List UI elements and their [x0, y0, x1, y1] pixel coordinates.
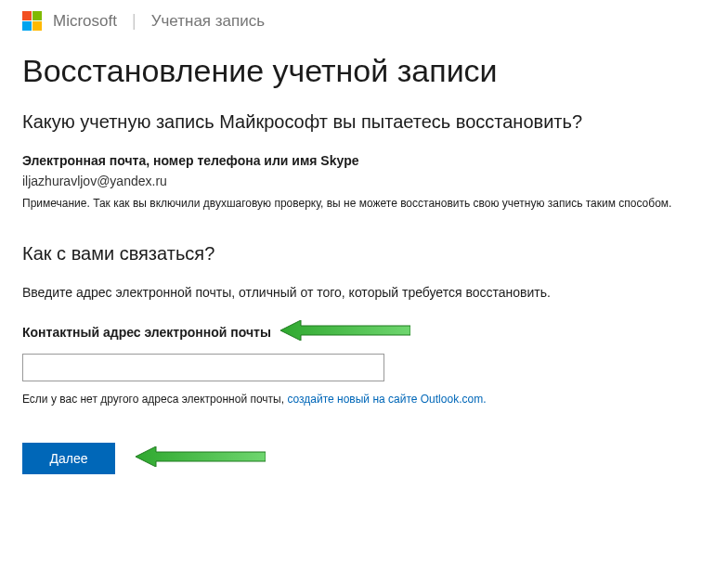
contact-email-input[interactable]	[22, 354, 384, 381]
helper-text: Если у вас нет другого адреса электронно…	[22, 393, 706, 406]
contact-email-label: Контактный адрес электронной почты	[22, 325, 271, 340]
header: Microsoft | Учетная запись	[0, 0, 728, 36]
brand-name: Microsoft	[53, 12, 117, 31]
identifier-label: Электронная почта, номер телефона или им…	[22, 153, 706, 168]
header-subtitle: Учетная запись	[151, 12, 265, 31]
identifier-value: iljazhuravljov@yandex.ru	[22, 174, 706, 188]
contact-instruction: Введите адрес электронной почты, отличны…	[22, 285, 706, 300]
create-outlook-link[interactable]: создайте новый на сайте Outlook.com.	[287, 393, 486, 406]
arrow-left-icon	[136, 446, 266, 471]
main-content: Восстановление учетной записи Какую учет…	[0, 36, 728, 474]
page-title: Восстановление учетной записи	[22, 53, 706, 89]
section-which-account-heading: Какую учетную запись Майкрософт вы пытае…	[22, 111, 706, 133]
svg-marker-0	[280, 320, 410, 341]
section-contact-heading: Как с вами связаться?	[22, 243, 706, 265]
helper-prefix: Если у вас нет другого адреса электронно…	[22, 393, 287, 406]
next-button[interactable]: Далее	[22, 443, 115, 474]
arrow-left-icon	[280, 320, 410, 344]
twofa-note: Примечание. Так как вы включили двухшаго…	[22, 196, 706, 212]
svg-marker-1	[136, 446, 266, 467]
header-divider: |	[132, 11, 136, 31]
microsoft-logo-icon	[22, 11, 42, 31]
